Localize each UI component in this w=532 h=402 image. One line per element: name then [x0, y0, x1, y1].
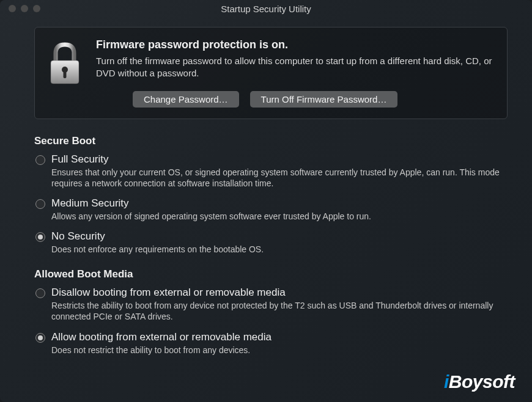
radio-icon — [35, 232, 45, 242]
radio-description: Allows any version of signed operating s… — [51, 211, 508, 222]
radio-icon — [35, 199, 45, 209]
radio-label: Disallow booting from external or remova… — [51, 287, 508, 299]
content-area: Firmware password protection is on. Turn… — [0, 17, 532, 375]
radio-description: Ensures that only your current OS, or si… — [51, 167, 508, 189]
secure-boot-group: Full Security Ensures that only your cur… — [34, 153, 508, 255]
firmware-heading: Firmware password protection is on. — [96, 38, 493, 51]
window-title: Startup Security Utility — [7, 4, 525, 14]
traffic-lights — [9, 5, 40, 12]
radio-label: Full Security — [51, 153, 508, 166]
titlebar: Startup Security Utility — [0, 0, 532, 17]
radio-label: Allow booting from external or removable… — [51, 331, 508, 343]
radio-description: Does not enforce any requirements on the… — [51, 244, 508, 255]
radio-description: Restricts the ability to boot from any d… — [51, 300, 508, 322]
allowed-boot-group: Disallow booting from external or remova… — [34, 287, 508, 356]
radio-icon — [35, 155, 45, 165]
lock-icon — [47, 38, 83, 89]
firmware-panel: Firmware password protection is on. Turn… — [34, 27, 508, 119]
firmware-text: Firmware password protection is on. Turn… — [96, 38, 493, 108]
radio-label: Medium Security — [51, 197, 508, 210]
change-password-button[interactable]: Change Password… — [133, 91, 239, 108]
radio-full-security[interactable]: Full Security Ensures that only your cur… — [34, 153, 508, 189]
secure-boot-heading: Secure Boot — [34, 135, 508, 147]
radio-content: Medium Security Allows any version of si… — [51, 197, 508, 222]
radio-content: No Security Does not enforce any require… — [51, 230, 508, 255]
watermark: iBoysoft — [444, 371, 515, 392]
minimize-icon[interactable] — [21, 5, 28, 12]
firmware-description: Turn off the firmware password to allow … — [96, 55, 493, 80]
radio-label: No Security — [51, 230, 508, 243]
close-icon[interactable] — [9, 5, 16, 12]
radio-description: Does not restrict the ability to boot fr… — [51, 345, 508, 356]
radio-icon — [35, 288, 45, 298]
radio-content: Disallow booting from external or remova… — [51, 287, 508, 322]
turn-off-firmware-password-button[interactable]: Turn Off Firmware Password… — [250, 91, 398, 108]
radio-content: Allow booting from external or removable… — [51, 331, 508, 356]
radio-allow-external[interactable]: Allow booting from external or removable… — [34, 331, 508, 356]
radio-no-security[interactable]: No Security Does not enforce any require… — [34, 230, 508, 255]
svg-rect-2 — [64, 71, 67, 78]
watermark-prefix: i — [444, 371, 449, 392]
startup-security-window: Startup Security Utility — [0, 0, 532, 402]
firmware-button-row: Change Password… Turn Off Firmware Passw… — [96, 91, 493, 108]
allowed-boot-heading: Allowed Boot Media — [34, 268, 508, 280]
radio-icon — [35, 333, 45, 343]
radio-disallow-external[interactable]: Disallow booting from external or remova… — [34, 287, 508, 322]
watermark-rest: Boysoft — [449, 371, 515, 392]
radio-medium-security[interactable]: Medium Security Allows any version of si… — [34, 197, 508, 222]
radio-content: Full Security Ensures that only your cur… — [51, 153, 508, 189]
zoom-icon[interactable] — [33, 5, 40, 12]
